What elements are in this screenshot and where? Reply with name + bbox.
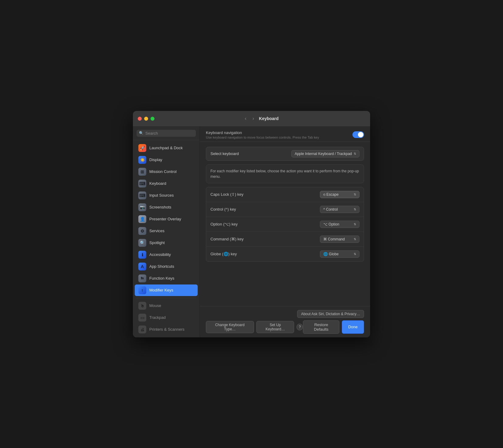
command-value: ⌘ Command (323, 237, 345, 241)
sidebar-item-label: App Shortcuts (149, 264, 174, 269)
sidebar-item-trackpad[interactable]: ▭ Trackpad (135, 312, 198, 323)
command-label: Command (⌘) key (210, 237, 244, 241)
screenshots-icon: 📷 (138, 203, 146, 211)
close-button[interactable] (138, 117, 142, 121)
sidebar-item-label: Function Keys (149, 276, 174, 281)
maximize-button[interactable] (151, 117, 154, 121)
modifier-keys-icon: ↑ (138, 286, 146, 294)
spotlight-icon: 🔍 (138, 239, 146, 247)
sidebar-item-mouse[interactable]: 🖱 Mouse (135, 300, 198, 312)
top-bar: Keyboard navigation Use keyboard navigat… (200, 127, 370, 142)
sidebar-divider (137, 298, 196, 298)
chevron-updown-icon: ⇅ (354, 152, 356, 155)
keyboard-nav-desc: Use keyboard navigation to move focus be… (206, 136, 319, 139)
sidebar-item-presenter[interactable]: 👤 Presenter Overlay (135, 213, 198, 225)
input-sources-icon: ⌨ (138, 191, 146, 199)
sidebar-item-modifier-keys[interactable]: ↑ Modifier Keys (135, 284, 198, 296)
globe-label: Globe (🌐) key (210, 252, 237, 256)
sidebar-item-label: Screenshots (149, 205, 171, 209)
option-value: ⌥ Option (323, 222, 339, 226)
trackpad-icon: ▭ (138, 314, 146, 322)
keyboard-select-button[interactable]: Apple Internal Keyboard / Trackpad ⇅ (291, 150, 359, 157)
app-shortcuts-icon: A (138, 263, 146, 271)
control-select[interactable]: ^ Control ⇅ (320, 206, 359, 213)
sidebar-item-label: Input Sources (149, 193, 174, 198)
modifier-row-option: Option (⌥) key ⌥ Option ⇅ (206, 217, 364, 232)
caps-lock-select[interactable]: ⎋ Escape ⇅ (320, 191, 359, 198)
chevron-updown-icon: ⇅ (354, 222, 356, 226)
modifier-keys-table: Caps Lock (⇪) key ⎋ Escape ⇅ Control (^)… (206, 187, 364, 262)
chevron-updown-icon: ⇅ (354, 208, 356, 211)
keyboard-select-value: Apple Internal Keyboard / Trackpad (295, 152, 352, 156)
sidebar-item-label: Spotlight (149, 240, 165, 245)
sidebar-item-label: Display (149, 157, 162, 162)
keyboard-nav-toggle[interactable] (352, 131, 364, 138)
done-button[interactable]: Done (342, 320, 364, 334)
chevron-updown-icon: ⇅ (354, 193, 356, 196)
content-area: 🔍 🚀 Launchpad & Dock ☀️ Display ⊞ Missio… (133, 127, 370, 337)
back-button[interactable]: ‹ (244, 115, 248, 122)
launchpad-icon: 🚀 (138, 144, 146, 152)
about-siri-button[interactable]: About Ask Siri, Dictation & Privacy… (297, 310, 364, 318)
bottom-right-buttons: Restore Defaults Done (303, 320, 364, 334)
sidebar-item-spotlight[interactable]: 🔍 Spotlight (135, 237, 198, 249)
dialog-panel: Select keyboard Apple Internal Keyboard … (200, 142, 370, 306)
mission-icon: ⊞ (138, 168, 146, 176)
sidebar-item-input-sources[interactable]: ⌨ Input Sources (135, 190, 198, 201)
titlebar: ‹ › Keyboard (133, 111, 370, 127)
sidebar-item-launchpad[interactable]: 🚀 Launchpad & Dock (135, 142, 198, 154)
search-bar: 🔍 (133, 127, 199, 140)
sidebar-item-label: Services (149, 229, 165, 233)
chevron-updown-icon: ⇅ (354, 252, 356, 256)
caps-lock-value: ⎋ Escape (323, 192, 338, 197)
bottom-bar: About Ask Siri, Dictation & Privacy… Cha… (200, 306, 370, 337)
bottom-left-buttons: Change Keyboard Type… Set Up Keyboard… ? (206, 321, 303, 333)
control-value: ^ Control (323, 207, 338, 212)
globe-select[interactable]: 🌐 Globe ⇅ (320, 250, 359, 258)
setup-keyboard-button[interactable]: Set Up Keyboard… (256, 321, 294, 333)
search-icon: 🔍 (139, 131, 144, 135)
sidebar-item-label: Mission Control (149, 169, 177, 174)
help-button[interactable]: ? (297, 324, 303, 330)
modifier-row-caps-lock: Caps Lock (⇪) key ⎋ Escape ⇅ (206, 187, 364, 202)
info-box: For each modifier key listed below, choo… (206, 164, 364, 183)
bottom-row-about: About Ask Siri, Dictation & Privacy… (206, 310, 364, 318)
sidebar-item-label: Trackpad (149, 315, 166, 320)
titlebar-center: ‹ › Keyboard (157, 115, 365, 122)
sidebar-item-label: Launchpad & Dock (149, 146, 183, 150)
main-panel: Keyboard navigation Use keyboard navigat… (200, 127, 370, 337)
sidebar: 🔍 🚀 Launchpad & Dock ☀️ Display ⊞ Missio… (133, 127, 200, 337)
option-label: Option (⌥) key (210, 222, 238, 226)
search-input[interactable] (145, 131, 193, 136)
sidebar-item-keyboard[interactable]: ⌨ Keyboard (135, 178, 198, 189)
minimize-button[interactable] (144, 117, 148, 121)
sidebar-item-app-shortcuts[interactable]: A App Shortcuts (135, 261, 198, 272)
modifier-row-globe: Globe (🌐) key 🌐 Globe ⇅ (206, 247, 364, 261)
sidebar-item-label: Keyboard (149, 181, 166, 186)
accessibility-icon: ℹ (138, 251, 146, 259)
chevron-updown-icon: ⇅ (354, 237, 356, 241)
sidebar-item-display[interactable]: ☀️ Display (135, 154, 198, 166)
sidebar-item-label: Accessibility (149, 252, 171, 257)
main-window: ‹ › Keyboard 🔍 🚀 Launchpad & Dock ☀️ (133, 111, 370, 337)
printers-icon: 🖨 (138, 326, 146, 333)
services-icon: ⚙ (138, 227, 146, 235)
sidebar-item-screenshots[interactable]: 📷 Screenshots (135, 202, 198, 213)
sidebar-item-mission[interactable]: ⊞ Mission Control (135, 166, 198, 177)
sidebar-item-fn-keys[interactable]: fn Function Keys (135, 273, 198, 284)
sidebar-item-services[interactable]: ⚙ Services (135, 225, 198, 237)
sidebar-item-label: Printers & Scanners (149, 327, 185, 332)
forward-button[interactable]: › (251, 115, 255, 122)
sidebar-item-printers[interactable]: 🖨 Printers & Scanners (135, 324, 198, 335)
sidebar-item-accessibility[interactable]: ℹ Accessibility (135, 249, 198, 260)
restore-defaults-button[interactable]: Restore Defaults (303, 320, 339, 334)
search-wrap: 🔍 (137, 130, 196, 137)
keyboard-nav-info: Keyboard navigation Use keyboard navigat… (206, 130, 319, 139)
change-keyboard-type-button[interactable]: Change Keyboard Type… (206, 321, 254, 333)
command-select[interactable]: ⌘ Command ⇅ (320, 236, 359, 243)
modifier-row-command: Command (⌘) key ⌘ Command ⇅ (206, 232, 364, 247)
option-select[interactable]: ⌥ Option ⇅ (320, 221, 359, 228)
modifier-row-control: Control (^) key ^ Control ⇅ (206, 202, 364, 217)
fn-keys-icon: fn (138, 274, 146, 282)
sidebar-items: 🚀 Launchpad & Dock ☀️ Display ⊞ Mission … (133, 140, 199, 337)
